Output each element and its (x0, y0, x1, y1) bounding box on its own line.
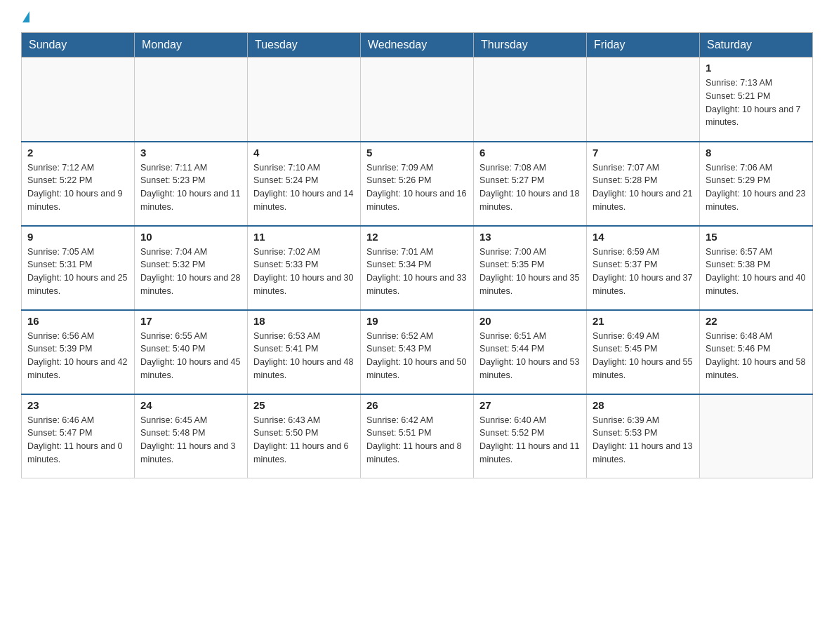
day-info-text: Sunrise: 6:42 AM Sunset: 5:51 PM Dayligh… (366, 414, 468, 467)
day-number: 6 (479, 147, 581, 159)
day-info-text: Sunrise: 7:00 AM Sunset: 5:35 PM Dayligh… (479, 246, 581, 298)
calendar-header-row: SundayMondayTuesdayWednesdayThursdayFrid… (22, 33, 813, 58)
day-info-text: Sunrise: 7:13 AM Sunset: 5:21 PM Dayligh… (706, 76, 807, 129)
calendar-day-cell: 2Sunrise: 7:12 AM Sunset: 5:22 PM Daylig… (22, 142, 135, 226)
calendar-day-cell: 16Sunrise: 6:56 AM Sunset: 5:39 PM Dayli… (22, 310, 135, 394)
day-info-text: Sunrise: 7:05 AM Sunset: 5:31 PM Dayligh… (27, 246, 128, 298)
day-info-text: Sunrise: 6:43 AM Sunset: 5:50 PM Dayligh… (253, 414, 355, 467)
calendar-day-cell: 11Sunrise: 7:02 AM Sunset: 5:33 PM Dayli… (248, 226, 361, 310)
calendar-day-cell: 9Sunrise: 7:05 AM Sunset: 5:31 PM Daylig… (22, 226, 135, 310)
day-number: 9 (27, 231, 128, 243)
calendar-day-cell: 18Sunrise: 6:53 AM Sunset: 5:41 PM Dayli… (248, 310, 361, 394)
day-number: 28 (593, 399, 694, 411)
day-number: 7 (593, 147, 694, 159)
day-number: 5 (366, 147, 468, 159)
day-info-text: Sunrise: 7:02 AM Sunset: 5:33 PM Dayligh… (253, 246, 355, 298)
calendar-table: SundayMondayTuesdayWednesdayThursdayFrid… (21, 32, 813, 478)
calendar-day-cell: 8Sunrise: 7:06 AM Sunset: 5:29 PM Daylig… (700, 142, 813, 226)
day-info-text: Sunrise: 7:01 AM Sunset: 5:34 PM Dayligh… (366, 246, 468, 298)
day-number: 2 (27, 147, 128, 159)
day-info-text: Sunrise: 7:10 AM Sunset: 5:24 PM Dayligh… (253, 161, 355, 214)
day-of-week-header: Wednesday (361, 33, 474, 58)
day-number: 21 (593, 315, 694, 327)
day-info-text: Sunrise: 6:56 AM Sunset: 5:39 PM Dayligh… (27, 330, 128, 382)
logo (21, 14, 29, 25)
day-of-week-header: Tuesday (248, 33, 361, 58)
day-number: 24 (140, 399, 241, 411)
calendar-day-cell: 19Sunrise: 6:52 AM Sunset: 5:43 PM Dayli… (361, 310, 474, 394)
day-number: 25 (253, 399, 355, 411)
day-number: 16 (27, 315, 128, 327)
day-number: 19 (366, 315, 468, 327)
day-of-week-header: Sunday (22, 33, 135, 58)
calendar-day-cell: 5Sunrise: 7:09 AM Sunset: 5:26 PM Daylig… (361, 142, 474, 226)
calendar-day-cell (700, 394, 813, 478)
calendar-day-cell: 26Sunrise: 6:42 AM Sunset: 5:51 PM Dayli… (361, 394, 474, 478)
day-number: 3 (140, 147, 241, 159)
day-of-week-header: Friday (587, 33, 700, 58)
day-info-text: Sunrise: 6:52 AM Sunset: 5:43 PM Dayligh… (366, 330, 468, 382)
day-info-text: Sunrise: 6:57 AM Sunset: 5:38 PM Dayligh… (706, 246, 807, 298)
calendar-day-cell: 22Sunrise: 6:48 AM Sunset: 5:46 PM Dayli… (700, 310, 813, 394)
calendar-day-cell: 12Sunrise: 7:01 AM Sunset: 5:34 PM Dayli… (361, 226, 474, 310)
day-info-text: Sunrise: 7:06 AM Sunset: 5:29 PM Dayligh… (706, 161, 807, 214)
day-info-text: Sunrise: 6:53 AM Sunset: 5:41 PM Dayligh… (253, 330, 355, 382)
calendar-day-cell: 27Sunrise: 6:40 AM Sunset: 5:52 PM Dayli… (474, 394, 587, 478)
calendar-day-cell (474, 58, 587, 142)
calendar-day-cell: 13Sunrise: 7:00 AM Sunset: 5:35 PM Dayli… (474, 226, 587, 310)
day-info-text: Sunrise: 6:39 AM Sunset: 5:53 PM Dayligh… (593, 414, 694, 467)
calendar-day-cell (361, 58, 474, 142)
calendar-day-cell (248, 58, 361, 142)
calendar-week-row: 23Sunrise: 6:46 AM Sunset: 5:47 PM Dayli… (22, 394, 813, 478)
day-info-text: Sunrise: 7:07 AM Sunset: 5:28 PM Dayligh… (593, 161, 694, 214)
calendar-day-cell: 4Sunrise: 7:10 AM Sunset: 5:24 PM Daylig… (248, 142, 361, 226)
day-number: 26 (366, 399, 468, 411)
calendar-day-cell: 21Sunrise: 6:49 AM Sunset: 5:45 PM Dayli… (587, 310, 700, 394)
calendar-day-cell: 24Sunrise: 6:45 AM Sunset: 5:48 PM Dayli… (135, 394, 248, 478)
day-number: 10 (140, 231, 241, 243)
day-number: 13 (479, 231, 581, 243)
day-number: 4 (253, 147, 355, 159)
day-of-week-header: Saturday (700, 33, 813, 58)
day-number: 1 (706, 62, 807, 74)
day-of-week-header: Thursday (474, 33, 587, 58)
day-number: 18 (253, 315, 355, 327)
calendar-day-cell (135, 58, 248, 142)
day-number: 15 (706, 231, 807, 243)
calendar-day-cell (587, 58, 700, 142)
day-info-text: Sunrise: 6:45 AM Sunset: 5:48 PM Dayligh… (140, 414, 241, 467)
day-number: 14 (593, 231, 694, 243)
day-number: 20 (479, 315, 581, 327)
calendar-week-row: 16Sunrise: 6:56 AM Sunset: 5:39 PM Dayli… (22, 310, 813, 394)
calendar-day-cell: 7Sunrise: 7:07 AM Sunset: 5:28 PM Daylig… (587, 142, 700, 226)
logo-triangle-icon (22, 11, 29, 22)
day-info-text: Sunrise: 6:40 AM Sunset: 5:52 PM Dayligh… (479, 414, 581, 467)
day-number: 23 (27, 399, 128, 411)
day-info-text: Sunrise: 6:46 AM Sunset: 5:47 PM Dayligh… (27, 414, 128, 467)
calendar-day-cell (22, 58, 135, 142)
day-number: 27 (479, 399, 581, 411)
day-info-text: Sunrise: 7:12 AM Sunset: 5:22 PM Dayligh… (27, 161, 128, 214)
calendar-week-row: 2Sunrise: 7:12 AM Sunset: 5:22 PM Daylig… (22, 142, 813, 226)
day-info-text: Sunrise: 7:08 AM Sunset: 5:27 PM Dayligh… (479, 161, 581, 214)
calendar-day-cell: 20Sunrise: 6:51 AM Sunset: 5:44 PM Dayli… (474, 310, 587, 394)
calendar-week-row: 9Sunrise: 7:05 AM Sunset: 5:31 PM Daylig… (22, 226, 813, 310)
day-of-week-header: Monday (135, 33, 248, 58)
day-info-text: Sunrise: 7:11 AM Sunset: 5:23 PM Dayligh… (140, 161, 241, 214)
day-info-text: Sunrise: 7:04 AM Sunset: 5:32 PM Dayligh… (140, 246, 241, 298)
day-number: 17 (140, 315, 241, 327)
day-number: 12 (366, 231, 468, 243)
calendar-day-cell: 3Sunrise: 7:11 AM Sunset: 5:23 PM Daylig… (135, 142, 248, 226)
day-number: 11 (253, 231, 355, 243)
calendar-week-row: 1Sunrise: 7:13 AM Sunset: 5:21 PM Daylig… (22, 58, 813, 142)
calendar-day-cell: 14Sunrise: 6:59 AM Sunset: 5:37 PM Dayli… (587, 226, 700, 310)
day-info-text: Sunrise: 6:51 AM Sunset: 5:44 PM Dayligh… (479, 330, 581, 382)
calendar-day-cell: 17Sunrise: 6:55 AM Sunset: 5:40 PM Dayli… (135, 310, 248, 394)
day-info-text: Sunrise: 6:49 AM Sunset: 5:45 PM Dayligh… (593, 330, 694, 382)
calendar-day-cell: 6Sunrise: 7:08 AM Sunset: 5:27 PM Daylig… (474, 142, 587, 226)
page-header (21, 14, 813, 25)
calendar-day-cell: 23Sunrise: 6:46 AM Sunset: 5:47 PM Dayli… (22, 394, 135, 478)
day-info-text: Sunrise: 6:48 AM Sunset: 5:46 PM Dayligh… (706, 330, 807, 382)
calendar-day-cell: 1Sunrise: 7:13 AM Sunset: 5:21 PM Daylig… (700, 58, 813, 142)
calendar-day-cell: 10Sunrise: 7:04 AM Sunset: 5:32 PM Dayli… (135, 226, 248, 310)
